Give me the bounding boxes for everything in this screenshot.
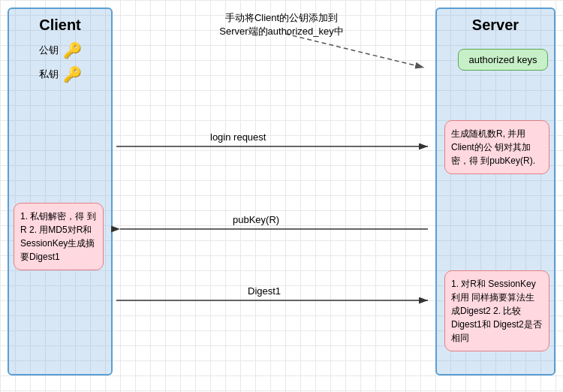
top-annotation: 手动将Client的公钥添加到 Server端的authorized_key中 <box>135 11 428 38</box>
client-note: 1. 私钥解密，得 到R 2. 用MD5对R和 SessionKey生成摘 要D… <box>14 203 104 270</box>
login-request-label: login request <box>210 131 266 143</box>
pubkey-r-label: pubKey(R) <box>233 214 279 225</box>
public-key-row: 公钥 🔑 <box>39 41 82 59</box>
annotation-line2: Server端的authorized_key中 <box>219 26 343 37</box>
authorized-keys-box: authorized keys <box>458 49 548 71</box>
server-note2: 1. 对R和 SessionKey利用 同样摘要算法生 成Digest2 2. … <box>444 270 549 351</box>
private-key-row: 私钥 🔑 <box>39 65 82 83</box>
authorized-keys-label: authorized keys <box>468 54 537 65</box>
digest1-label: Digest1 <box>248 285 281 297</box>
private-key-icon: 🔑 <box>63 65 82 83</box>
annotation-line1: 手动将Client的公钥添加到 <box>225 12 338 23</box>
server-title: Server <box>437 9 554 34</box>
public-key-label: 公钥 <box>39 44 59 57</box>
public-key-icon: 🔑 <box>63 41 82 59</box>
server-note1: 生成随机数R, 并用Client的公 钥对其加密，得 到pubKey(R). <box>444 120 549 174</box>
private-key-label: 私钥 <box>39 68 59 81</box>
client-title: Client <box>9 9 111 34</box>
keys-area: 公钥 🔑 私钥 🔑 <box>9 41 111 83</box>
diagram-container: Client 公钥 🔑 私钥 🔑 Server authorized keys … <box>0 0 563 392</box>
client-box: Client 公钥 🔑 私钥 🔑 <box>8 8 113 375</box>
